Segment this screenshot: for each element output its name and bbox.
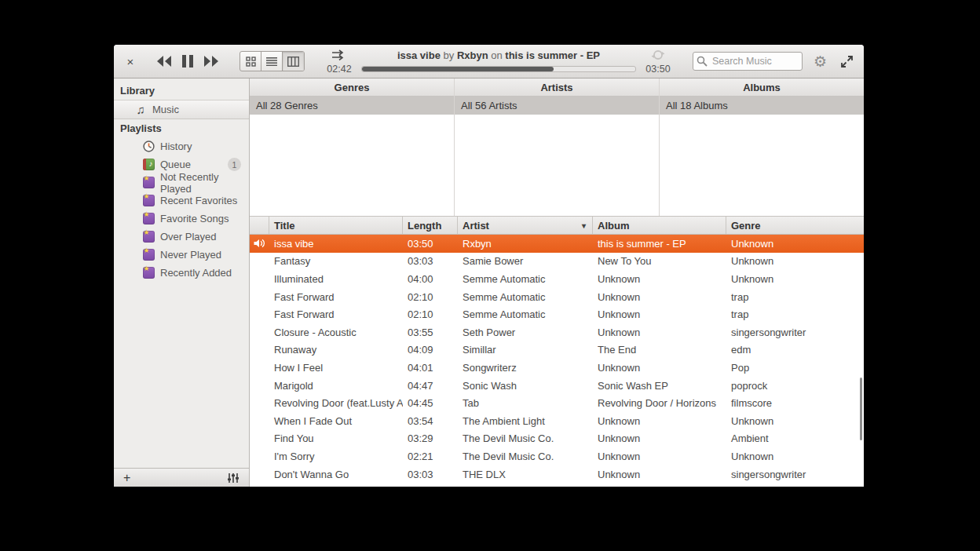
browser-all-row[interactable]: All 56 Artists [455,97,659,115]
browser-item[interactable] [660,185,864,203]
browser-item[interactable] [250,115,454,133]
table-row[interactable]: Fast Forward 02:10 Semme Automatic Unkno… [250,288,864,306]
cell-album: Unknown [593,273,726,285]
header-album[interactable]: Album [593,217,726,234]
table-scrollbar[interactable] [860,378,862,440]
cell-genre: Unknown [726,415,864,427]
history-icon [142,140,155,153]
list-view-button[interactable] [261,52,283,71]
seek-bar[interactable] [361,66,636,72]
add-playlist-button[interactable]: + [123,472,130,484]
header-artist[interactable]: Artist▾ [458,217,593,234]
close-button[interactable]: × [122,52,139,71]
cell-length: 03:29 [403,432,458,444]
table-row[interactable]: Don't Wanna Go 03:03 THE DLX Unknown sin… [250,483,864,487]
table-row[interactable]: Illuminated 04:00 Semme Automatic Unknow… [250,270,864,288]
desktop-background: × [0,0,980,551]
table-row[interactable]: Closure - Acoustic 03:55 Seth Power Unkn… [250,323,864,341]
table-row[interactable]: Fantasy 03:03 Samie Bower New To You Unk… [250,253,864,271]
browser-item[interactable] [250,203,454,217]
sidebar-item-smart-playlist[interactable]: Recently Added [114,264,249,282]
grid-view-button[interactable] [240,52,261,71]
browser-items [455,115,659,217]
header-genre[interactable]: Genre [726,217,864,234]
music-app-window: × [114,45,864,487]
browser-all-row[interactable]: All 28 Genres [250,97,454,115]
smart-playlist-icon [142,213,155,225]
table-row[interactable]: Revolving Door (feat.Lusty Apricot 04:45… [250,394,864,412]
browser-item[interactable] [455,132,659,150]
table-row[interactable]: Marigold 04:47 Sonic Wash Sonic Wash EP … [250,377,864,395]
table-row[interactable]: Fast Forward 02:10 Semme Automatic Unkno… [250,305,864,323]
cell-title: Fast Forward [269,291,403,303]
sidebar-item-label: Recent Favorites [160,195,237,206]
browser-item[interactable] [455,185,659,203]
sidebar-item-history[interactable]: History [114,137,249,155]
browser-item[interactable] [455,115,659,133]
cell-album: Sonic Wash EP [593,380,726,392]
sidebar-item-label: History [160,140,192,152]
song-table-body: issa vibe 03:50 Rxbyn this is summer - E… [250,235,864,487]
smart-playlist-icon [142,267,155,279]
browser-items [660,115,864,217]
cell-album: Unknown [593,327,726,338]
previous-button[interactable] [153,52,175,71]
cell-album: Unknown [593,291,726,303]
browser-item[interactable] [660,167,864,185]
sidebar-item-smart-playlist[interactable]: Over Played [114,228,249,246]
table-row[interactable]: Runaway 04:09 Simillar The End edm [250,341,864,359]
table-row[interactable]: Find You 03:29 The Devil Music Co. Unkno… [250,430,864,448]
cell-artist: Sonic Wash [458,380,593,392]
header-title[interactable]: Title [269,217,403,234]
browser-item[interactable] [250,150,454,168]
browser-item[interactable] [660,115,864,133]
browser-item[interactable] [455,203,659,217]
browser-item[interactable] [660,132,864,150]
sidebar-item-smart-playlist[interactable]: Not Recently Played [114,173,249,192]
header-length[interactable]: Length [403,217,458,234]
sidebar-item-music[interactable]: ♫ Music [114,100,249,119]
cell-artist: THE DLX [458,469,593,480]
cell-title: Runaway [269,344,403,356]
sidebar-item-smart-playlist[interactable]: Never Played [114,246,249,264]
table-row[interactable]: Don't Wanna Go 03:03 THE DLX Unknown sin… [250,465,864,483]
table-row[interactable]: I'm Sorry 02:21 The Devil Music Co. Unkn… [250,447,864,465]
next-button[interactable] [200,52,222,71]
browser-item[interactable] [250,132,454,150]
cell-title: Fantasy [269,255,403,267]
grid-view-icon [246,57,256,67]
table-row[interactable]: When I Fade Out 03:54 The Ambient Light … [250,412,864,430]
cell-length: 03:03 [403,486,458,487]
pause-button[interactable] [178,51,197,71]
browser-item[interactable] [660,203,864,217]
cell-title: Don't Wanna Go [269,469,403,480]
browser-item[interactable] [250,185,454,203]
column-view-button[interactable] [283,52,304,71]
sidebar-item-label: Music [152,104,179,115]
cell-genre: singersongwriter [726,327,864,338]
cell-album: Unknown [593,308,726,320]
browser-item[interactable] [660,150,864,168]
repeat-icon[interactable] [651,49,665,61]
cell-title: How I Feel [269,362,403,374]
sidebar-item-smart-playlist[interactable]: Favorite Songs [114,210,249,228]
sidebar-item-smart-playlist[interactable]: Recent Favorites [114,192,249,210]
table-row[interactable]: issa vibe 03:50 Rxbyn this is summer - E… [250,235,864,253]
fullscreen-button[interactable] [838,53,856,71]
settings-gear-icon[interactable]: ⚙ [810,51,830,72]
track-info: issa vibe by Rxbyn on this is summer - E… [361,49,636,61]
cell-artist: Simillar [458,344,593,356]
smart-playlist-icon [142,177,155,189]
browser-item[interactable] [250,167,454,185]
shuffle-icon[interactable] [331,49,347,60]
cell-length: 04:01 [403,362,458,374]
table-row[interactable]: How I Feel 04:01 Songwriterz Unknown Pop [250,359,864,377]
cell-album: Unknown [593,469,726,480]
search-input[interactable] [693,52,803,71]
cell-length: 03:54 [403,415,458,427]
equalizer-button[interactable] [227,473,240,483]
browser-all-row[interactable]: All 18 Albums [660,97,864,115]
browser-item[interactable] [455,150,659,168]
cell-length: 03:50 [403,238,458,250]
browser-item[interactable] [455,167,659,185]
